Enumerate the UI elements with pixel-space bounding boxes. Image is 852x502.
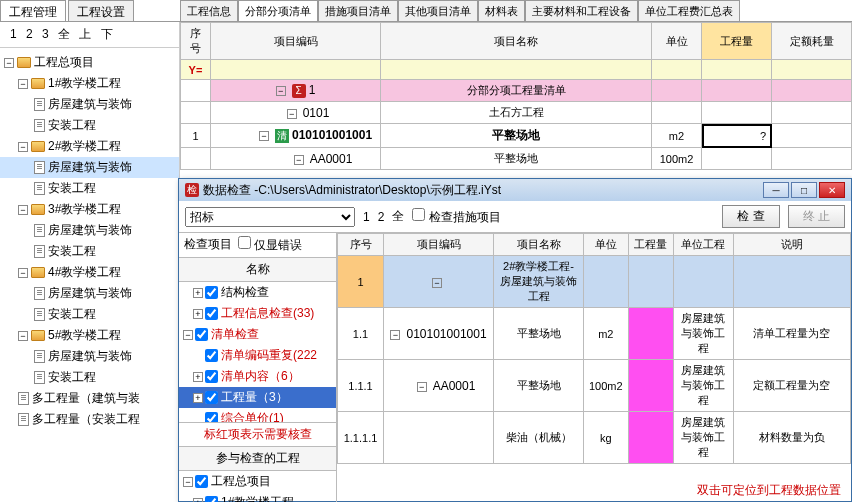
expand-icon[interactable]: + — [193, 309, 203, 319]
page-2[interactable]: 2 — [26, 27, 33, 41]
nav-all[interactable]: 全 — [392, 208, 404, 225]
collapse-icon[interactable]: − — [294, 155, 304, 165]
col-code[interactable]: 项目编码 — [211, 23, 381, 60]
page-all[interactable]: 全 — [58, 27, 70, 41]
tree-b2b[interactable]: 安装工程 — [0, 178, 179, 199]
tree-b5[interactable]: −5#教学楼工程 — [0, 325, 179, 346]
subtab-bill[interactable]: 分部分项清单 — [238, 0, 318, 21]
collapse-icon[interactable]: − — [4, 58, 14, 68]
collapse-icon[interactable]: − — [432, 278, 442, 288]
dialog-titlebar[interactable]: 检 数据检查 -C:\Users\Administrator\Desktop\示… — [179, 179, 851, 201]
collapse-icon[interactable]: − — [390, 330, 400, 340]
collapse-icon[interactable]: − — [259, 131, 269, 141]
check-struct[interactable]: +结构检查 — [179, 282, 336, 303]
collapse-icon[interactable]: − — [287, 109, 297, 119]
nav-1[interactable]: 1 — [363, 210, 370, 224]
col-seq[interactable]: 序号 — [181, 23, 211, 60]
tree-b1[interactable]: −1#教学楼工程 — [0, 73, 179, 94]
check-list[interactable]: −清单检查 — [179, 324, 336, 345]
check-measure-checkbox[interactable] — [412, 208, 425, 221]
rcol-unit[interactable]: 单位 — [584, 234, 629, 256]
rcol-qty[interactable]: 工程量 — [628, 234, 673, 256]
subtab-info[interactable]: 工程信息 — [180, 0, 238, 21]
tree-b3b[interactable]: 安装工程 — [0, 241, 179, 262]
check-checkbox[interactable] — [205, 496, 218, 502]
check-checkbox[interactable] — [205, 391, 218, 404]
check-measure-label[interactable]: 检查措施项目 — [412, 208, 500, 226]
close-button[interactable]: ✕ — [819, 182, 845, 198]
result-row[interactable]: 1.1.1.1柴油（机械）kg房屋建筑与装饰工程材料数量为负 — [338, 412, 851, 464]
tree-b4a[interactable]: 房屋建筑与装饰 — [0, 283, 179, 304]
tree-b5a[interactable]: 房屋建筑与装饰 — [0, 346, 179, 367]
check-checkbox[interactable] — [205, 412, 218, 422]
check-button[interactable]: 检 查 — [722, 205, 779, 228]
expand-icon[interactable]: + — [193, 393, 203, 403]
result-row[interactable]: 1−2#教学楼工程-房屋建筑与装饰工程 — [338, 256, 851, 308]
check-price[interactable]: 综合单价(1) — [179, 408, 336, 422]
subtab-equip[interactable]: 主要材料和工程设备 — [525, 0, 638, 21]
page-up[interactable]: 上 — [79, 27, 91, 41]
col-consume[interactable]: 定额耗量 — [772, 23, 852, 60]
tree-b2[interactable]: −2#教学楼工程 — [0, 136, 179, 157]
subtab-other[interactable]: 其他项目清单 — [398, 0, 478, 21]
check-qty[interactable]: +工程量（3） — [179, 387, 336, 408]
tree-multi2[interactable]: 多工程量（安装工程 — [0, 409, 179, 430]
rcol-proj[interactable]: 单位工程 — [673, 234, 733, 256]
collapse-icon[interactable]: − — [417, 382, 427, 392]
bid-type-select[interactable]: 招标 — [185, 207, 355, 227]
collapse-icon[interactable]: − — [276, 86, 286, 96]
collapse-icon[interactable]: − — [183, 477, 193, 487]
check-dup[interactable]: 清单编码重复(222 — [179, 345, 336, 366]
subtab-measure[interactable]: 措施项目清单 — [318, 0, 398, 21]
check-info[interactable]: +工程信息检查(33) — [179, 303, 336, 324]
tree-b2a[interactable]: 房屋建筑与装饰 — [0, 157, 179, 178]
tree-b3[interactable]: −3#教学楼工程 — [0, 199, 179, 220]
rcol-code[interactable]: 项目编码 — [384, 234, 494, 256]
proj-b1[interactable]: +1#教学楼工程 — [179, 492, 336, 502]
grid-row[interactable]: − 0101土石方工程 — [181, 102, 852, 124]
result-row[interactable]: 1.1.1− AA0001平整场地100m2房屋建筑与装饰工程定额工程量为空 — [338, 360, 851, 412]
collapse-icon[interactable]: − — [18, 331, 28, 341]
grid-row[interactable]: − AA0001平整场地100m2 — [181, 148, 852, 170]
expand-icon[interactable]: + — [193, 498, 203, 503]
tree-root[interactable]: −工程总项目 — [0, 52, 179, 73]
page-1[interactable]: 1 — [10, 27, 17, 41]
tree-b1b[interactable]: 安装工程 — [0, 115, 179, 136]
tree-b4b[interactable]: 安装工程 — [0, 304, 179, 325]
nav-2[interactable]: 2 — [378, 210, 385, 224]
expand-icon[interactable]: + — [193, 372, 203, 382]
check-checkbox[interactable] — [205, 307, 218, 320]
check-checkbox[interactable] — [195, 475, 208, 488]
rcol-name[interactable]: 项目名称 — [494, 234, 584, 256]
rcol-seq[interactable]: 序号 — [338, 234, 384, 256]
tab-project-settings[interactable]: 工程设置 — [68, 0, 134, 21]
minimize-button[interactable]: ─ — [763, 182, 789, 198]
check-content[interactable]: +清单内容（6） — [179, 366, 336, 387]
tree-b3a[interactable]: 房屋建筑与装饰 — [0, 220, 179, 241]
tab-project-mgmt[interactable]: 工程管理 — [0, 0, 66, 21]
check-checkbox[interactable] — [205, 286, 218, 299]
proj-root[interactable]: −工程总项目 — [179, 471, 336, 492]
collapse-icon[interactable]: − — [18, 205, 28, 215]
result-row[interactable]: 1.1− 010101001001平整场地m2房屋建筑与装饰工程清单工程量为空 — [338, 308, 851, 360]
grid-row[interactable]: − Σ 1分部分项工程量清单 — [181, 80, 852, 102]
collapse-icon[interactable]: − — [18, 79, 28, 89]
subtab-summary[interactable]: 单位工程费汇总表 — [638, 0, 740, 21]
page-3[interactable]: 3 — [42, 27, 49, 41]
tree-b4[interactable]: −4#教学楼工程 — [0, 262, 179, 283]
collapse-icon[interactable]: − — [18, 268, 28, 278]
filter-row[interactable]: Y= — [181, 60, 852, 80]
only-errors-checkbox[interactable] — [238, 236, 251, 249]
col-qty[interactable]: 工程量 — [702, 23, 772, 60]
cell-qty[interactable]: ? — [702, 124, 772, 148]
check-checkbox[interactable] — [205, 349, 218, 362]
maximize-button[interactable]: □ — [791, 182, 817, 198]
stop-button[interactable]: 终 止 — [788, 205, 845, 228]
subtab-material[interactable]: 材料表 — [478, 0, 525, 21]
col-unit[interactable]: 单位 — [652, 23, 702, 60]
check-checkbox[interactable] — [195, 328, 208, 341]
grid-row[interactable]: 1− 清 010101001001平整场地m2? — [181, 124, 852, 148]
tree-multi1[interactable]: 多工程量（建筑与装 — [0, 388, 179, 409]
tree-b1a[interactable]: 房屋建筑与装饰 — [0, 94, 179, 115]
collapse-icon[interactable]: − — [183, 330, 193, 340]
